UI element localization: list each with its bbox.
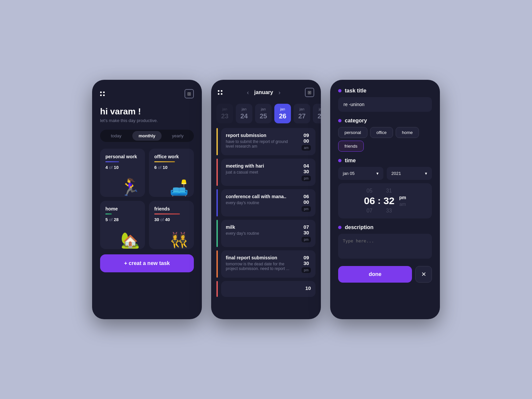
greeting-subtitle: let's make this day productive. [100, 118, 194, 123]
date-item[interactable]: jan 23 [216, 104, 233, 123]
description-section: description [338, 224, 432, 260]
task-color-bar [216, 159, 218, 186]
tab-today[interactable]: today [101, 131, 131, 141]
card-count-friends: 30 of 40 [154, 217, 189, 222]
card-personal-work[interactable]: personal work 4 of 10 🏃‍♀️ [100, 149, 145, 197]
task-desc: have to submit the report of ground leve… [226, 139, 292, 149]
phone-calendar: ‹ january › ⊞ jan 23 jan 24 jan 25 jan 2… [211, 80, 321, 319]
task-item[interactable]: 10 [216, 281, 316, 297]
date-item-active[interactable]: jan 26 [274, 104, 291, 123]
chip-friends[interactable]: friends [338, 141, 364, 152]
card-home[interactable]: home 5 of 28 🏡 [100, 201, 145, 249]
task-item[interactable]: final report submission tomorrow is the … [216, 250, 316, 278]
minute-picker-col: 31 32 33 [383, 188, 394, 214]
chevron-down-icon: ▾ [376, 171, 379, 176]
ampm-col: pm am [399, 195, 406, 207]
next-month-button[interactable]: › [278, 89, 280, 96]
hour-main: 06 [364, 195, 375, 206]
hour-above: 05 [366, 188, 372, 194]
phone-task-form: task title category personal office home… [330, 80, 440, 319]
ampm-am[interactable]: am [399, 201, 406, 207]
create-task-button[interactable]: + creat a new task [100, 254, 194, 272]
menu-dots-icon-2[interactable] [218, 90, 222, 95]
calendar-icon-2[interactable]: ⊞ [305, 88, 314, 97]
task-card: report submission have to submit the rep… [221, 128, 316, 155]
card-office-work[interactable]: office work 6 of 10 🛋️ [149, 149, 194, 197]
tab-monthly[interactable]: monthly [132, 131, 162, 141]
task-item[interactable]: milk every day's routine 0730 pm [216, 220, 316, 247]
section-header: description [338, 224, 432, 230]
task-desc: every day's routine [226, 231, 259, 236]
task-cards-grid: personal work 4 of 10 🏃‍♀️ office work 6… [100, 149, 194, 249]
task-info: final report submission tomorrow is the … [226, 255, 292, 271]
tasks-timeline: report submission have to submit the rep… [211, 128, 321, 314]
date-strip: jan 23 jan 24 jan 25 jan 26 jan 27 jan 2… [211, 101, 321, 128]
card-illustration-personal: 🏃‍♀️ [115, 172, 145, 197]
card-count-personal: 4 of 10 [105, 165, 140, 170]
done-button[interactable]: done [338, 266, 412, 283]
section-title: description [345, 224, 373, 230]
prev-month-button[interactable]: ‹ [247, 89, 249, 96]
date-item[interactable]: jan 25 [255, 104, 272, 123]
tab-yearly[interactable]: yearly [163, 131, 193, 141]
card-illustration-home: 🏡 [115, 224, 145, 249]
task-card: conference call with mana.. every day's … [221, 189, 316, 216]
task-time: 0930 pm [302, 255, 311, 273]
close-button[interactable]: ✕ [415, 266, 432, 283]
year-value: 2021 [391, 171, 401, 176]
section-dot [338, 159, 341, 162]
year-select[interactable]: 2021 ▾ [387, 167, 432, 180]
time-section: time jan 05 ▾ 2021 ▾ 05 06 07 [338, 158, 432, 218]
p2-header: ‹ january › ⊞ [211, 80, 321, 101]
task-title-section: task title [338, 88, 432, 112]
month-title: january [254, 89, 273, 95]
chip-home[interactable]: home [396, 127, 419, 138]
task-item[interactable]: meeting with hari juat a casual meet 043… [216, 159, 316, 186]
chip-personal[interactable]: personal [338, 127, 367, 138]
minute-above: 31 [386, 188, 392, 194]
p1-header: ⊞ [100, 89, 194, 98]
task-name: final report submission [226, 255, 292, 260]
progress-bar-home [105, 213, 112, 214]
task-name: milk [226, 224, 259, 230]
task-item[interactable]: report submission have to submit the rep… [216, 128, 316, 155]
category-chips: personal office home friends [338, 127, 432, 152]
task-desc: tomorrow is the dead date for the projec… [226, 262, 292, 271]
task-color-bar [216, 250, 218, 278]
task-color-bar [216, 281, 218, 297]
date-item[interactable]: jan 27 [294, 104, 310, 123]
date-select[interactable]: jan 05 ▾ [338, 167, 383, 180]
task-info: milk every day's routine [226, 224, 259, 236]
task-info: meeting with hari juat a casual meet [226, 163, 264, 175]
progress-bar-personal [105, 161, 119, 162]
date-item[interactable]: jan 28 [313, 104, 321, 123]
task-info: report submission have to submit the rep… [226, 133, 292, 149]
description-textarea[interactable] [338, 234, 432, 259]
section-header: category [338, 118, 432, 124]
greeting-section: hi varam ! let's make this day productiv… [100, 106, 194, 123]
task-name: meeting with hari [226, 163, 264, 169]
card-friends[interactable]: friends 30 of 40 👯‍♀️ [149, 201, 194, 249]
card-count-home: 5 of 28 [105, 217, 140, 222]
task-item[interactable]: conference call with mana.. every day's … [216, 189, 316, 216]
task-info: conference call with mana.. every day's … [226, 194, 286, 205]
task-desc: every day's routine [226, 200, 286, 205]
section-title: task title [345, 88, 366, 94]
task-color-bar [216, 128, 218, 155]
task-card: 10 [221, 281, 316, 297]
chip-office[interactable]: office [370, 127, 393, 138]
category-section: category personal office home friends [338, 118, 432, 152]
task-color-bar [216, 189, 218, 216]
date-item[interactable]: jan 24 [236, 104, 252, 123]
ampm-pm[interactable]: pm [399, 195, 406, 200]
minute-main: 32 [383, 195, 394, 206]
card-illustration-friends: 👯‍♀️ [164, 224, 194, 249]
section-title: category [345, 118, 367, 124]
date-value: jan 05 [343, 171, 354, 176]
section-dot [338, 226, 341, 229]
progress-bar-office [154, 161, 175, 162]
card-illustration-office: 🛋️ [164, 172, 194, 197]
calendar-icon[interactable]: ⊞ [185, 89, 194, 98]
task-title-input[interactable] [338, 97, 432, 112]
menu-dots-icon[interactable] [100, 91, 105, 96]
